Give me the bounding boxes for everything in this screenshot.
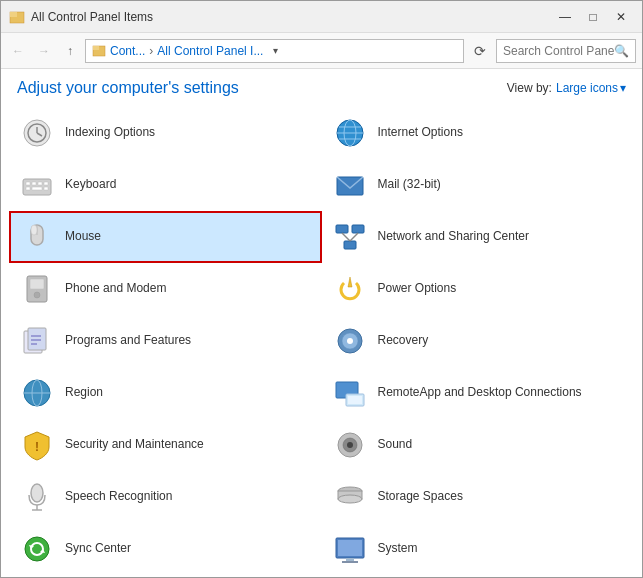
svg-rect-16	[38, 182, 42, 185]
svg-rect-60	[346, 558, 354, 561]
sync-center-icon	[19, 531, 55, 567]
up-button[interactable]: ↑	[59, 40, 81, 62]
sync-center-label: Sync Center	[65, 541, 131, 557]
path-icon	[92, 44, 106, 58]
svg-line-28	[342, 233, 350, 241]
svg-rect-59	[338, 540, 362, 556]
internet-options-icon	[332, 115, 368, 151]
item-indexing-options[interactable]: Indexing Options	[9, 107, 322, 159]
item-sound[interactable]: Sound	[322, 419, 635, 471]
svg-rect-3	[93, 46, 99, 50]
item-mouse[interactable]: Mouse	[9, 211, 322, 263]
svg-rect-1	[10, 12, 17, 17]
keyboard-label: Keyboard	[65, 177, 116, 193]
svg-rect-25	[336, 225, 348, 233]
svg-rect-34	[28, 328, 46, 350]
refresh-button[interactable]: ⟳	[468, 39, 492, 63]
item-network[interactable]: Network and Sharing Center	[322, 211, 635, 263]
content-area: Adjust your computer's settings View by:…	[1, 69, 642, 577]
security-maintenance-icon: !	[19, 427, 55, 463]
keyboard-icon	[19, 167, 55, 203]
svg-point-40	[347, 338, 353, 344]
item-recovery[interactable]: Recovery	[322, 315, 635, 367]
svg-rect-46	[348, 396, 362, 404]
item-internet-options[interactable]: Internet Options	[322, 107, 635, 159]
system-label: System	[378, 541, 418, 557]
path-dropdown-button[interactable]: ▾	[267, 41, 283, 61]
storage-spaces-icon	[332, 479, 368, 515]
svg-rect-61	[342, 561, 358, 563]
power-options-icon	[332, 271, 368, 307]
svg-rect-26	[352, 225, 364, 233]
item-sync-center[interactable]: Sync Center	[9, 523, 322, 575]
svg-rect-14	[26, 182, 30, 185]
region-icon	[19, 375, 55, 411]
search-box: 🔍	[496, 39, 636, 63]
recovery-label: Recovery	[378, 333, 429, 349]
search-input[interactable]	[503, 44, 614, 58]
svg-rect-24	[31, 225, 37, 235]
svg-text:!: !	[35, 440, 39, 454]
view-by-arrow-icon: ▾	[620, 81, 626, 95]
sound-label: Sound	[378, 437, 413, 453]
back-button[interactable]: ←	[7, 40, 29, 62]
window-controls: — □ ✕	[552, 7, 634, 27]
svg-rect-31	[30, 279, 44, 289]
view-by-value: Large icons	[556, 81, 618, 95]
item-mail[interactable]: Mail (32-bit)	[322, 159, 635, 211]
maximize-button[interactable]: □	[580, 7, 606, 27]
remoteapp-icon	[332, 375, 368, 411]
svg-point-32	[34, 292, 40, 298]
item-system[interactable]: System	[322, 523, 635, 575]
mouse-icon	[19, 219, 55, 255]
title-bar: All Control Panel Items — □ ✕	[1, 1, 642, 33]
speech-recognition-label: Speech Recognition	[65, 489, 172, 505]
minimize-button[interactable]: —	[552, 7, 578, 27]
view-by-button[interactable]: Large icons ▾	[556, 81, 626, 95]
recovery-icon	[332, 323, 368, 359]
sound-icon	[332, 427, 368, 463]
svg-rect-18	[26, 187, 30, 190]
close-button[interactable]: ✕	[608, 7, 634, 27]
svg-rect-15	[32, 182, 36, 185]
power-options-label: Power Options	[378, 281, 457, 297]
phone-modem-label: Phone and Modem	[65, 281, 166, 297]
items-grid: Indexing OptionsInternet OptionsKeyboard…	[1, 107, 642, 575]
content-header: Adjust your computer's settings View by:…	[1, 69, 642, 103]
item-region[interactable]: Region	[9, 367, 322, 419]
item-programs-features[interactable]: Programs and Features	[9, 315, 322, 367]
svg-rect-17	[44, 182, 48, 185]
system-icon	[332, 531, 368, 567]
item-security-maintenance[interactable]: !Security and Maintenance	[9, 419, 322, 471]
svg-point-50	[347, 442, 353, 448]
svg-point-56	[338, 495, 362, 503]
item-storage-spaces[interactable]: Storage Spaces	[322, 471, 635, 523]
security-maintenance-label: Security and Maintenance	[65, 437, 204, 453]
mail-label: Mail (32-bit)	[378, 177, 441, 193]
path-part-2[interactable]: All Control Panel I...	[157, 44, 263, 58]
item-keyboard[interactable]: Keyboard	[9, 159, 322, 211]
speech-recognition-icon	[19, 479, 55, 515]
view-by-label: View by:	[507, 81, 552, 95]
item-phone-modem[interactable]: Phone and Modem	[9, 263, 322, 315]
programs-features-icon	[19, 323, 55, 359]
main-window: All Control Panel Items — □ ✕ ← → ↑ Cont…	[0, 0, 643, 578]
internet-options-label: Internet Options	[378, 125, 463, 141]
search-icon: 🔍	[614, 44, 629, 58]
window-title: All Control Panel Items	[31, 10, 552, 24]
item-power-options[interactable]: Power Options	[322, 263, 635, 315]
page-title: Adjust your computer's settings	[17, 79, 239, 97]
storage-spaces-label: Storage Spaces	[378, 489, 463, 505]
address-path: Cont... › All Control Panel I... ▾	[85, 39, 464, 63]
mail-icon	[332, 167, 368, 203]
items-container: Indexing OptionsInternet OptionsKeyboard…	[1, 103, 642, 577]
path-part-1[interactable]: Cont...	[110, 44, 145, 58]
svg-point-51	[31, 484, 43, 502]
network-label: Network and Sharing Center	[378, 229, 529, 245]
item-remoteapp[interactable]: RemoteApp and Desktop Connections	[322, 367, 635, 419]
svg-point-57	[25, 537, 49, 561]
forward-button[interactable]: →	[33, 40, 55, 62]
region-label: Region	[65, 385, 103, 401]
mouse-label: Mouse	[65, 229, 101, 245]
item-speech-recognition[interactable]: Speech Recognition	[9, 471, 322, 523]
